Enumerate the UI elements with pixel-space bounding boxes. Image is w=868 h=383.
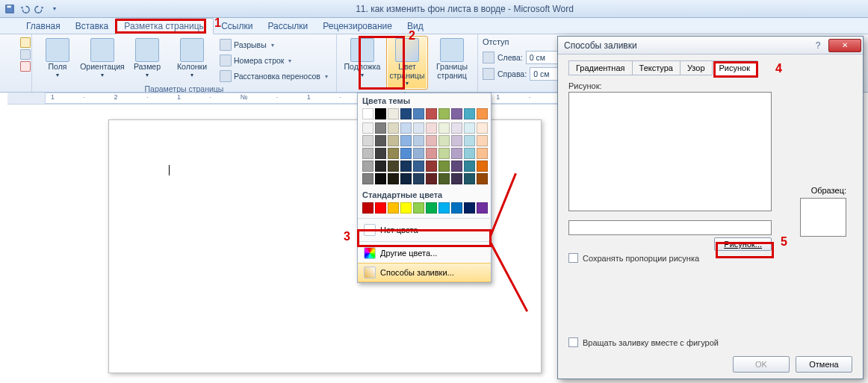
picture-path-field[interactable] (568, 220, 772, 235)
color-swatch[interactable] (438, 173, 450, 184)
color-swatch[interactable] (438, 135, 450, 146)
more-colors-item[interactable]: Другие цвета... (358, 243, 491, 263)
color-swatch[interactable] (451, 122, 462, 134)
color-swatch[interactable] (477, 122, 488, 134)
color-swatch[interactable] (477, 108, 488, 119)
color-swatch[interactable] (464, 122, 475, 134)
redo-icon[interactable] (33, 2, 46, 16)
dialog-tab-2[interactable]: Узор (680, 60, 713, 75)
color-swatch[interactable] (413, 122, 424, 134)
color-swatch[interactable] (362, 135, 373, 146)
color-swatch[interactable] (477, 173, 488, 184)
color-swatch[interactable] (375, 122, 386, 134)
dialog-tab-1[interactable]: Текстура (632, 60, 681, 75)
color-swatch[interactable] (362, 202, 373, 214)
color-swatch[interactable] (375, 135, 386, 146)
color-swatch[interactable] (426, 135, 437, 146)
color-swatch[interactable] (451, 135, 462, 146)
color-swatch[interactable] (464, 173, 475, 184)
color-swatch[interactable] (362, 148, 373, 159)
color-swatch[interactable] (400, 148, 412, 159)
undo-icon[interactable] (18, 2, 31, 16)
columns-button[interactable]: Колонки▾ (171, 36, 213, 81)
line-numbers-item[interactable]: Номера строк (216, 53, 332, 68)
color-swatch[interactable] (464, 202, 475, 214)
color-swatch[interactable] (438, 108, 450, 119)
color-swatch[interactable] (413, 108, 424, 119)
color-swatch[interactable] (388, 108, 399, 119)
color-swatch[interactable] (426, 202, 437, 214)
themes-icon[interactable] (20, 49, 31, 60)
color-swatch[interactable] (400, 173, 412, 184)
color-swatch[interactable] (388, 135, 399, 146)
color-swatch[interactable] (375, 161, 386, 172)
color-swatch[interactable] (451, 161, 462, 172)
ribbon-tab-5[interactable]: Рецензирование (315, 19, 400, 34)
color-swatch[interactable] (400, 122, 412, 134)
color-swatch[interactable] (477, 135, 488, 146)
color-swatch[interactable] (362, 108, 373, 119)
color-swatch[interactable] (388, 122, 399, 134)
color-swatch[interactable] (451, 108, 462, 119)
color-swatch[interactable] (400, 202, 412, 214)
watermark-button[interactable]: Подложка▾ (341, 36, 383, 81)
color-swatch[interactable] (451, 148, 462, 159)
color-swatch[interactable] (413, 173, 424, 184)
orientation-button[interactable]: Ориентация▾ (81, 36, 123, 81)
dialog-close-icon[interactable]: ✕ (828, 39, 861, 52)
dialog-tab-3[interactable]: Рисунок (712, 60, 758, 75)
color-swatch[interactable] (451, 202, 462, 214)
color-swatch[interactable] (362, 173, 373, 184)
color-swatch[interactable] (388, 202, 399, 214)
color-swatch[interactable] (464, 135, 475, 146)
aspect-ratio-checkbox[interactable]: Сохранять пропорции рисунка (568, 253, 852, 263)
color-swatch[interactable] (438, 202, 450, 214)
color-swatch[interactable] (375, 148, 386, 159)
page-borders-button[interactable]: Границы страниц (431, 36, 473, 82)
color-swatch[interactable] (438, 122, 450, 134)
color-swatch[interactable] (464, 108, 475, 119)
color-swatch[interactable] (413, 148, 424, 159)
hyphenation-item[interactable]: Расстановка переносов (216, 69, 332, 84)
color-swatch[interactable] (375, 108, 386, 119)
no-color-item[interactable]: Нет цвета (358, 220, 491, 240)
qat-more-icon[interactable]: ▾ (48, 2, 61, 16)
ribbon-tab-2[interactable]: Разметка страницы (116, 18, 214, 34)
cancel-button[interactable]: Отмена (796, 356, 852, 373)
color-swatch[interactable] (426, 161, 437, 172)
color-swatch[interactable] (400, 135, 412, 146)
size-button[interactable]: Размер▾ (126, 36, 168, 81)
color-swatch[interactable] (413, 135, 424, 146)
dialog-help-icon[interactable]: ? (809, 39, 827, 52)
color-swatch[interactable] (477, 148, 488, 159)
color-swatch[interactable] (426, 122, 437, 134)
color-swatch[interactable] (413, 202, 424, 214)
margins-button[interactable]: Поля▾ (37, 36, 78, 81)
color-swatch[interactable] (362, 122, 373, 134)
theme-colors-icon[interactable] (20, 61, 31, 72)
fill-effects-item[interactable]: Способы заливки... (358, 263, 491, 282)
color-swatch[interactable] (388, 173, 399, 184)
paste-icon[interactable] (20, 37, 31, 48)
color-swatch[interactable] (451, 173, 462, 184)
color-swatch[interactable] (464, 148, 475, 159)
ribbon-tab-1[interactable]: Вставка (68, 19, 117, 34)
ribbon-tab-4[interactable]: Рассылки (260, 19, 315, 34)
color-swatch[interactable] (388, 161, 399, 172)
color-swatch[interactable] (375, 173, 386, 184)
page-color-button[interactable]: Цвет страницы▾ (386, 36, 428, 90)
color-swatch[interactable] (400, 108, 412, 119)
color-swatch[interactable] (375, 202, 386, 214)
save-icon[interactable] (3, 2, 16, 16)
color-swatch[interactable] (400, 161, 412, 172)
horizontal-ruler[interactable]: 1 · 2 · 1 · № · 1 · 1 · 2 · 1 · 3 · 1 · … (7, 93, 642, 105)
dialog-tab-0[interactable]: Градиентная (568, 60, 633, 75)
color-swatch[interactable] (426, 108, 437, 119)
color-swatch[interactable] (477, 202, 488, 214)
color-swatch[interactable] (426, 173, 437, 184)
dialog-titlebar[interactable]: Способы заливки ? ✕ (558, 37, 863, 55)
ribbon-tab-0[interactable]: Главная (19, 19, 68, 34)
color-swatch[interactable] (438, 148, 450, 159)
ok-button[interactable]: OK (733, 356, 790, 373)
breaks-item[interactable]: Разрывы (216, 37, 332, 52)
